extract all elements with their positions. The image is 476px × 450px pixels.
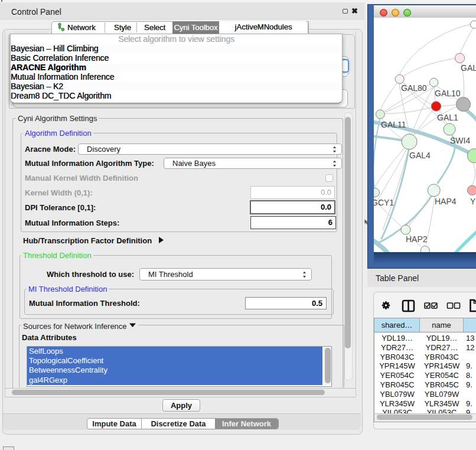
svg-text:HAP4: HAP4 [435, 197, 457, 206]
svg-text:GCY1: GCY1 [374, 198, 394, 207]
svg-text:Y: Y [470, 197, 476, 206]
svg-text:HAP2: HAP2 [406, 234, 428, 244]
svg-text:SWI4: SWI4 [450, 136, 470, 145]
svg-text:GAL10: GAL10 [435, 89, 461, 98]
svg-text:GAL1: GAL1 [437, 113, 458, 122]
svg-text:GAL: GAL [461, 63, 476, 73]
svg-text:GAL4: GAL4 [409, 151, 431, 160]
svg-text:GAL11: GAL11 [381, 120, 406, 129]
svg-text:GAL80: GAL80 [401, 83, 427, 93]
